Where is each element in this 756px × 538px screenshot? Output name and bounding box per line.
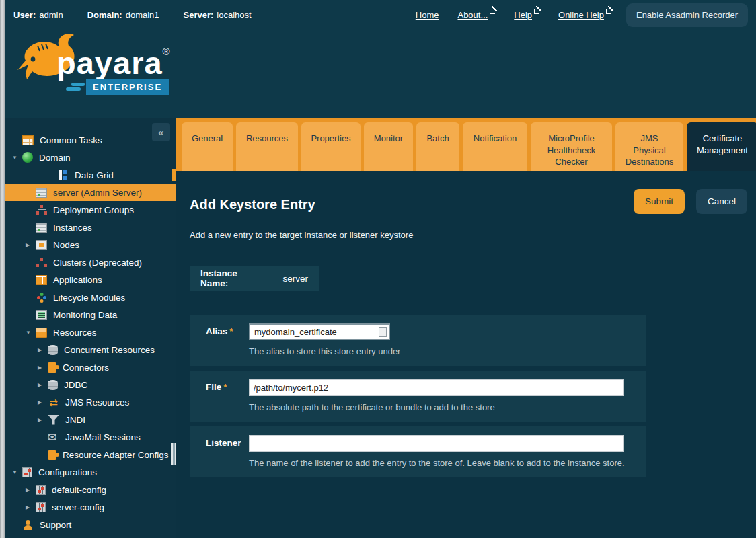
tree-down-arrow-icon[interactable]: ▼ [12,469,22,475]
sidebar-item-data-grid[interactable]: Data Grid [5,166,176,184]
tree-right-arrow-icon[interactable]: ▶ [26,504,36,510]
sidebar-item-nodes[interactable]: ▶Nodes [5,236,176,254]
sidebar-item-jndi[interactable]: ▶JNDI [5,411,176,428]
cancel-button[interactable]: Cancel [696,189,747,214]
splitter-accent [172,169,176,181]
required-asterisk: * [229,326,233,336]
tree-down-arrow-icon[interactable]: ▼ [26,330,36,336]
topbar: User:admin Domain:domain1 Server:localho… [5,0,756,30]
listener-input[interactable] [249,435,624,452]
badge-bars-icon [66,83,85,92]
field-label-text: Alias [206,326,227,336]
content: GeneralResourcesPropertiesMonitorBatchNo… [176,118,756,538]
funnel-icon [48,415,59,425]
field-file: File*The absolute path to the certificat… [190,371,646,422]
payara-wordmark: payara® [56,44,171,81]
sidebar-item-resource-adapter-configs[interactable]: Resource Adapter Configs [5,446,176,463]
tab-jms-physical-destinations[interactable]: JMS Physical Destinations [615,122,683,171]
top-link-online-help[interactable]: Online Help [558,10,611,20]
sidebar-item-configurations[interactable]: ▼Configurations [5,463,176,481]
sidebar: Common Tasks▼DomainData Gridserver (Admi… [5,118,176,538]
enable-asadmin-recorder-button[interactable]: Enable Asadmin Recorder [626,3,748,27]
payara-admin-console: User:admin Domain:domain1 Server:localho… [0,0,756,538]
alias-input[interactable] [249,323,390,340]
sidebar-item-monitoring-data[interactable]: Monitoring Data [5,306,176,323]
server-info: Server:localhost [184,10,252,20]
sidebar-item-instances[interactable]: Instances [5,219,176,236]
instance-name-label: Instance Name: [200,268,265,289]
listener-help-text: The name of the listener to add the entr… [249,458,646,468]
top-link-label: Online Help [558,10,604,20]
alias-help-text: The alias to store this store entry unde… [249,346,646,356]
sidebar-item-label: Connectors [63,362,109,373]
user-value: admin [39,10,63,20]
tree-right-arrow-icon[interactable]: ▶ [38,347,48,353]
sidebar-item-concurrent-resources[interactable]: ▶Concurrent Resources [5,341,176,358]
tree-right-arrow-icon[interactable]: ▶ [38,364,48,371]
field-listener: ListenerThe name of the listener to add … [190,426,646,477]
sidebar-item-server-config[interactable]: ▶server-config [5,498,176,516]
edition-badge-row: ENTERPRISE [66,79,169,95]
sidebar-item-common-tasks[interactable]: Common Tasks [5,131,176,149]
tree-right-arrow-icon[interactable]: ▶ [38,399,48,406]
top-link-label: Help [514,10,532,20]
sidebar-item-label: Monitoring Data [53,310,117,320]
tab-batch[interactable]: Batch [416,122,459,171]
db-icon [48,345,58,355]
autocomplete-picker-icon[interactable] [379,327,387,337]
sidebar-item-domain[interactable]: ▼Domain [5,149,176,166]
sidebar-resize-grip[interactable] [171,443,176,465]
sidebar-item-label: server-config [52,502,104,512]
sidebar-item-javamail-sessions[interactable]: JavaMail Sessions [5,428,176,446]
sidebar-item-label: Nodes [53,240,79,250]
sidebar-item-clusters-deprecated[interactable]: Clusters (Deprecated) [5,254,176,271]
tree-right-arrow-icon[interactable]: ▶ [38,382,48,388]
tab-notification[interactable]: Notification [463,122,527,171]
tree-right-arrow-icon[interactable]: ▶ [38,417,48,423]
tab-properties[interactable]: Properties [301,122,361,171]
sidebar-item-resources[interactable]: ▼Resources [5,323,176,341]
sidebar-item-deployment-groups[interactable]: Deployment Groups [5,201,176,219]
sidebar-item-label: JavaMail Sessions [65,432,141,443]
globe-icon [22,152,33,163]
sidebar-item-support[interactable]: Support [5,516,176,533]
tree-right-arrow-icon[interactable]: ▶ [26,242,36,248]
sidebar-item-lifecycle-modules[interactable]: Lifecycle Modules [5,289,176,306]
edition-badge: ENTERPRISE [86,79,169,95]
submit-button[interactable]: Submit [634,189,685,214]
tab-resources[interactable]: Resources [236,122,298,171]
sidebar-item-label: Data Grid [75,170,114,180]
keystore-entry-form: Alias*The alias to store this store entr… [190,315,646,477]
tree-right-arrow-icon[interactable]: ▶ [26,487,36,493]
sidebar-item-connectors[interactable]: ▶Connectors [5,358,176,376]
sidebar-item-jms-resources[interactable]: ▶JMS Resources [5,393,176,411]
input-wrap [249,379,624,396]
sidebar-item-label: Resources [53,328,97,338]
sliders-icon [36,485,46,495]
sidebar-item-label: JNDI [65,415,85,425]
tab-general[interactable]: General [182,122,233,171]
domain-value: domain1 [126,10,159,20]
tree-down-arrow-icon[interactable]: ▼ [12,155,22,161]
registered-mark: ® [163,46,171,57]
db-icon [48,380,58,390]
tab-certificate-management[interactable]: Certificate Management [687,122,756,171]
sidebar-item-applications[interactable]: Applications [5,271,176,289]
top-link-help[interactable]: Help [514,10,539,20]
tasks-icon [22,135,34,145]
sidebar-item-jdbc[interactable]: ▶JDBC [5,376,176,393]
tree-icon [36,205,47,215]
tab-monitor[interactable]: Monitor [364,122,413,171]
sidebar-item-default-config[interactable]: ▶default-config [5,481,176,498]
top-link-about[interactable]: About... [457,10,495,20]
file-input[interactable] [249,379,624,396]
sidebar-item-label: JMS Resources [65,397,129,408]
screen-icon [36,310,47,320]
sidebar-item-label: Applications [53,275,102,285]
server-icon [36,188,47,198]
mail-icon [48,432,59,443]
top-link-home[interactable]: Home [416,10,439,20]
tab-microprofile-healthcheck-checker[interactable]: MicroProfile Healthcheck Checker [531,122,612,171]
sidebar-item-server-admin-server[interactable]: server (Admin Server) [5,184,176,201]
sidebar-item-label: Common Tasks [40,135,102,145]
